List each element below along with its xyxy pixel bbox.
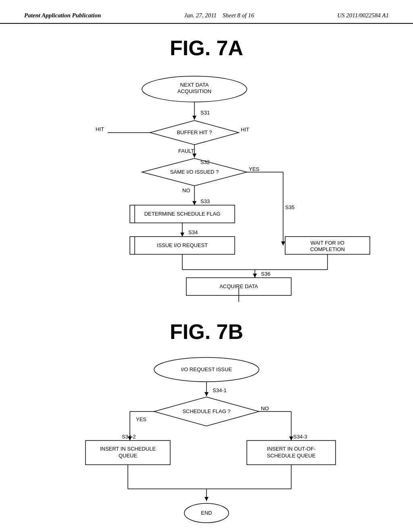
fig7a-svg: NEXT DATA ACQUISITION S31 BUFFER HIT ? H…	[33, 68, 380, 302]
svg-text:S34-3: S34-3	[293, 434, 307, 440]
svg-text:S34-1: S34-1	[213, 387, 227, 393]
svg-marker-85	[204, 497, 209, 501]
svg-text:S34: S34	[188, 229, 198, 235]
svg-text:SCHEDULE QUEUE: SCHEDULE QUEUE	[267, 453, 316, 459]
svg-text:NEXT DATA: NEXT DATA	[180, 82, 209, 88]
svg-text:WAIT FOR I/O: WAIT FOR I/O	[311, 240, 344, 246]
svg-text:YES: YES	[136, 416, 146, 422]
header-date-sheet: Jan. 27, 2011 Sheet 8 of 16	[184, 12, 254, 19]
svg-text:YES: YES	[249, 166, 259, 172]
fig7a-title: FIG. 7A	[170, 36, 243, 60]
fig7b-title: FIG. 7B	[170, 320, 243, 344]
svg-text:INSERT IN OUT-OF-: INSERT IN OUT-OF-	[267, 446, 316, 452]
svg-marker-20	[192, 201, 196, 205]
svg-text:COMPLETION: COMPLETION	[310, 246, 345, 252]
svg-text:END: END	[201, 510, 212, 516]
main-content: FIG. 7A NEXT DATA ACQUISITION S31 BUFFER…	[0, 28, 413, 532]
svg-text:S34-2: S34-2	[122, 434, 136, 440]
svg-text:ISSUE I/O REQUEST: ISSUE I/O REQUEST	[157, 242, 208, 248]
page-header: Patent Application Publication Jan. 27, …	[0, 0, 413, 24]
fig7b-svg: I/O REQUEST ISSUE S34-1 SCHEDULE FLAG ? …	[33, 352, 380, 532]
svg-text:FAULT: FAULT	[178, 148, 194, 154]
svg-marker-76	[289, 436, 293, 441]
svg-marker-42	[253, 274, 257, 278]
svg-text:SAME I/O ISSUED ?: SAME I/O ISSUED ?	[170, 169, 219, 175]
svg-text:NO: NO	[182, 187, 190, 193]
svg-text:INSERT IN SCHEDULE: INSERT IN SCHEDULE	[100, 446, 156, 452]
svg-text:SCHEDULE FLAG ?: SCHEDULE FLAG ?	[182, 408, 230, 414]
header-publication: Patent Application Publication	[24, 12, 101, 19]
svg-text:HIT: HIT	[96, 126, 104, 132]
svg-text:ACQUISITION: ACQUISITION	[177, 88, 212, 94]
svg-marker-12	[192, 154, 196, 158]
svg-marker-33	[281, 241, 285, 245]
svg-marker-26	[180, 233, 184, 237]
svg-marker-61	[204, 392, 209, 396]
svg-text:BUFFER HIT ?: BUFFER HIT ?	[177, 129, 212, 135]
header-patent-number: US 2011/0022584 A1	[337, 12, 389, 19]
fig7a-flowchart: NEXT DATA ACQUISITION S31 BUFFER HIT ? H…	[33, 68, 380, 303]
svg-text:I/O REQUEST ISSUE: I/O REQUEST ISSUE	[181, 366, 232, 372]
svg-text:S33: S33	[200, 198, 210, 204]
svg-text:NO: NO	[261, 405, 269, 411]
svg-text:S31: S31	[200, 110, 210, 116]
fig7b-flowchart: I/O REQUEST ISSUE S34-1 SCHEDULE FLAG ? …	[33, 352, 380, 532]
svg-marker-4	[192, 116, 196, 120]
svg-text:QUEUE: QUEUE	[119, 453, 138, 459]
svg-text:S36: S36	[261, 271, 270, 277]
svg-text:S35: S35	[285, 204, 294, 210]
svg-text:DETERMINE SCHEDULE FLAG: DETERMINE SCHEDULE FLAG	[144, 211, 221, 217]
svg-text:HIT: HIT	[241, 127, 249, 133]
